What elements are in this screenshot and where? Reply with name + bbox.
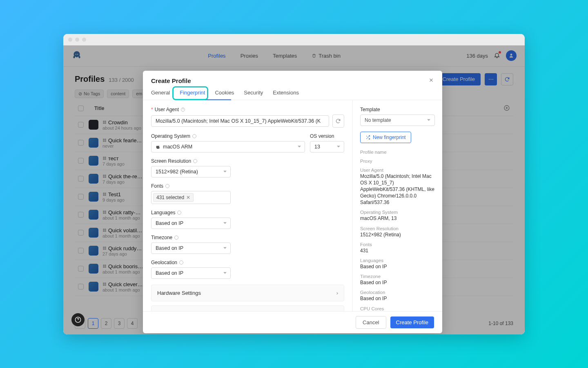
svg-point-43 <box>194 159 197 163</box>
template-label: Template <box>360 107 435 112</box>
os-label: Operating System <box>151 133 190 139</box>
lang-label: Languages <box>151 210 175 215</box>
geo-select[interactable]: Based on IP <box>151 267 231 279</box>
refresh-icon <box>335 118 341 124</box>
summary-value: macOS ARM, 13 <box>360 215 435 222</box>
shuffle-icon <box>365 135 370 140</box>
summary-label: Geolocation <box>360 290 435 295</box>
window-titlebar <box>63 34 525 45</box>
modal-header: Create Profile <box>143 71 442 90</box>
modal-form: *User Agent Operating System macOS ARM O <box>143 100 352 311</box>
summary-value: 431 <box>360 247 435 254</box>
hardware-settings-label: Hardware Settings <box>157 290 201 296</box>
template-select[interactable]: No template <box>360 114 435 126</box>
chevron-right-icon: › <box>336 290 338 296</box>
help-icon[interactable] <box>193 159 198 164</box>
connection-settings-section[interactable]: Additional Connection Settings › <box>151 305 344 311</box>
summary-label: Languages <box>360 258 435 263</box>
create-profile-submit-button[interactable]: Create Profile <box>390 316 434 328</box>
svg-point-46 <box>175 236 178 239</box>
summary-value: Mozilla/5.0 (Macintosh; Intel Mac OS X 1… <box>360 173 435 206</box>
modal-title: Create Profile <box>151 77 191 84</box>
hardware-settings-section[interactable]: Hardware Settings › <box>151 285 344 301</box>
traffic-light-close[interactable] <box>68 38 72 42</box>
summary-value: Based on IP <box>360 295 435 302</box>
new-fingerprint-button[interactable]: New fingerprint <box>360 132 411 143</box>
fonts-label: Fonts <box>151 183 163 189</box>
ua-label: User Agent <box>155 107 179 112</box>
summary-label: Profile name <box>360 150 435 155</box>
app-root: Profiles Proxies Templates Trash bin 136… <box>63 45 525 334</box>
summary-label: CPU Cores <box>360 306 435 311</box>
help-icon[interactable] <box>179 260 184 265</box>
fonts-chip: 431 selected✕ <box>153 193 194 202</box>
tz-select[interactable]: Based on IP <box>151 242 231 254</box>
summary-label: Screen Resolution <box>360 226 435 231</box>
modal-summary-panel: Template No template New fingerprint Pro… <box>352 100 442 311</box>
svg-point-42 <box>193 134 196 138</box>
summary-value: Based on IP <box>360 263 435 270</box>
help-icon[interactable] <box>174 235 179 240</box>
tz-label: Timezone <box>151 235 172 240</box>
summary-label: Proxy <box>360 159 435 164</box>
osv-select[interactable]: 13 <box>310 141 344 153</box>
summary-label: Fonts <box>360 242 435 247</box>
summary-value: 1512×982 (Retina) <box>360 231 435 238</box>
sr-label: Screen Resolution <box>151 158 191 164</box>
geo-label: Geolocation <box>151 260 177 265</box>
os-select[interactable]: macOS ARM <box>151 141 305 153</box>
tab-security[interactable]: Security <box>244 90 263 100</box>
summary-label: Timezone <box>360 274 435 279</box>
browser-window: Profiles Proxies Templates Trash bin 136… <box>63 34 525 334</box>
fonts-chip-remove[interactable]: ✕ <box>186 195 190 200</box>
summary-label: User Agent <box>360 168 435 173</box>
svg-point-47 <box>180 260 183 264</box>
question-icon <box>75 316 81 323</box>
traffic-light-zoom[interactable] <box>82 38 86 42</box>
sr-select[interactable]: 1512×982 (Retina) <box>151 166 231 177</box>
regenerate-ua-button[interactable] <box>332 114 345 128</box>
summary-label: Operating System <box>360 210 435 215</box>
fonts-input[interactable]: 431 selected✕ <box>151 191 231 204</box>
osv-label: OS version <box>310 133 334 139</box>
traffic-light-minimize[interactable] <box>75 38 79 42</box>
ua-input[interactable] <box>151 115 329 127</box>
summary-value: Based on IP <box>360 279 435 286</box>
tab-fingerprint[interactable]: Fingerprint <box>180 90 205 100</box>
modal-close-button[interactable] <box>428 77 434 85</box>
help-icon[interactable] <box>165 184 170 188</box>
svg-point-45 <box>178 211 181 214</box>
help-icon[interactable] <box>177 210 182 215</box>
modal-footer: Cancel Create Profile <box>143 311 442 333</box>
tab-cookies[interactable]: Cookies <box>215 90 234 100</box>
help-float-button[interactable] <box>71 313 85 326</box>
tab-extensions[interactable]: Extensions <box>273 90 299 100</box>
apple-icon <box>156 144 160 149</box>
close-icon <box>428 77 434 83</box>
create-profile-modal: Create Profile General Fingerprint Cooki… <box>143 71 442 333</box>
modal-body: *User Agent Operating System macOS ARM O <box>143 100 442 311</box>
cancel-button[interactable]: Cancel <box>356 316 386 329</box>
help-icon[interactable] <box>180 107 185 112</box>
lang-select[interactable]: Based on IP <box>151 218 231 229</box>
help-icon[interactable] <box>192 134 197 139</box>
tab-general[interactable]: General <box>151 90 170 100</box>
modal-tabs: General Fingerprint Cookies Security Ext… <box>143 90 442 100</box>
svg-point-44 <box>166 184 169 188</box>
